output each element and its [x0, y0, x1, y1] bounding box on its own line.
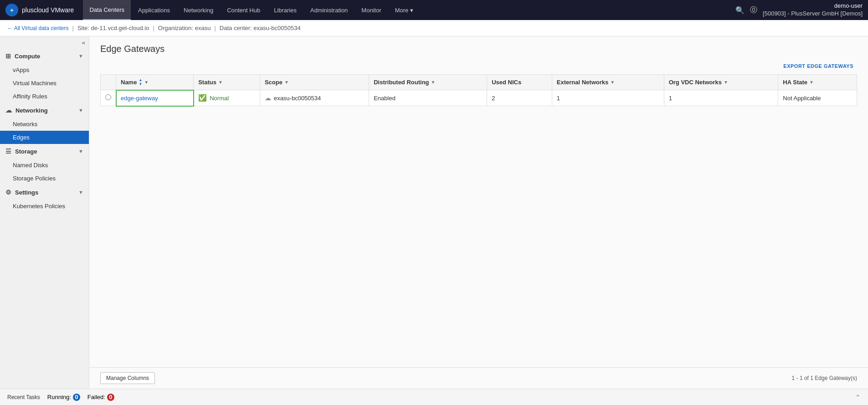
content-header: Edge Gateways [89, 36, 868, 58]
nav-networking[interactable]: Networking [177, 0, 220, 20]
nav-content-hub[interactable]: Content Hub [221, 0, 267, 20]
manage-columns-button[interactable]: Manage Columns [100, 372, 155, 384]
scope-filter-icon[interactable]: ▼ [284, 80, 289, 85]
nav-data-centers[interactable]: Data Centers [83, 0, 131, 20]
storage-icon: ☰ [5, 148, 11, 155]
gateway-name-cell[interactable]: edge-gateway [116, 90, 194, 106]
sidebar-item-networks[interactable]: Networks [0, 118, 89, 131]
status-filter-icon[interactable]: ▼ [218, 80, 223, 85]
select-all-header [101, 75, 116, 90]
gateway-ha-state-cell: Not Applicable [778, 90, 857, 106]
gateway-status-cell: ✅ Normal [194, 90, 260, 106]
pagination-info: 1 - 1 of 1 Edge Gateway(s) [792, 375, 857, 381]
distributed-routing-filter-icon[interactable]: ▼ [431, 80, 436, 85]
gateway-org-vdc-networks-cell: 1 [664, 90, 778, 106]
user-info[interactable]: demo-user [500903] - PlusServer GmbH [De… [763, 2, 863, 18]
settings-icon: ⚙ [5, 189, 11, 196]
search-icon[interactable]: 🔍 [735, 6, 745, 15]
th-status[interactable]: Status ▼ [194, 75, 260, 90]
th-external-networks[interactable]: External Networks ▼ [552, 75, 664, 90]
networking-chevron-icon: ▼ [78, 108, 83, 113]
nav-libraries[interactable]: Libraries [267, 0, 303, 20]
sidebar-section-storage-label: Storage [15, 148, 37, 155]
th-distributed-routing[interactable]: Distributed Routing ▼ [369, 75, 487, 90]
th-name[interactable]: Name ▲ ▼ ▼ [116, 75, 194, 90]
sidebar-item-virtual-machines[interactable]: Virtual Machines [0, 77, 89, 90]
sidebar-item-named-disks[interactable]: Named Disks [0, 159, 89, 172]
org-vdc-networks-filter-icon[interactable]: ▼ [724, 80, 728, 85]
sidebar-section-settings-label: Settings [15, 189, 38, 196]
sidebar-section-compute-label: Compute [15, 53, 40, 60]
external-networks-filter-icon[interactable]: ▼ [610, 80, 615, 85]
failed-status: Failed: 0 [87, 394, 114, 401]
running-label: Running: [47, 394, 71, 400]
name-sort-icons[interactable]: ▲ ▼ [139, 78, 142, 86]
table-footer: Manage Columns 1 - 1 of 1 Edge Gateway(s… [89, 367, 868, 389]
nav-applications[interactable]: Applications [132, 0, 176, 20]
logo-text: pluscloud VMware [22, 6, 74, 14]
sidebar-section-storage-header[interactable]: ☰ Storage ▼ [0, 144, 89, 159]
name-filter-icon[interactable]: ▼ [144, 80, 149, 85]
table-container: EXPORT EDGE GATEWAYS Name ▲ ▼ [89, 58, 868, 367]
sidebar-item-edges[interactable]: Edges [0, 131, 89, 144]
running-count-badge: 0 [73, 394, 80, 401]
row-select-radio[interactable] [105, 94, 111, 100]
table-actions: EXPORT EDGE GATEWAYS [100, 58, 857, 74]
gateway-scope-value: exasu-bc0050534 [274, 95, 321, 102]
th-org-vdc-networks[interactable]: Org VDC Networks ▼ [664, 75, 778, 90]
gateway-name-link[interactable]: edge-gateway [121, 95, 158, 102]
logo-area[interactable]: + pluscloud VMware [5, 4, 74, 16]
main-layout: « ⊞ Compute ▼ vApps Virtual Machines Aff… [0, 36, 868, 389]
gateway-used-nics-cell: 2 [487, 90, 552, 106]
bottom-bar: Recent Tasks Running: 0 Failed: 0 ⌃ [0, 389, 868, 405]
nav-monitor[interactable]: Monitor [355, 0, 387, 20]
breadcrumb-bar: ← All Virtual data centers | Site: de-11… [0, 20, 868, 36]
sidebar-section-networking-label: Networking [15, 107, 48, 114]
row-checkbox-cell[interactable] [101, 90, 116, 106]
export-edge-gateways-button[interactable]: EXPORT EDGE GATEWAYS [780, 62, 857, 71]
nav-items: Data Centers Applications Networking Con… [83, 0, 735, 20]
sidebar-section-networking: ☁ Networking ▼ Networks Edges [0, 103, 89, 144]
sidebar-collapse-button[interactable]: « [0, 36, 89, 49]
sidebar-section-settings: ⚙ Settings ▼ Kubernetes Policies [0, 185, 89, 213]
gateway-scope-cell: ☁ exasu-bc0050534 [260, 90, 369, 106]
top-navigation: + pluscloud VMware Data Centers Applicat… [0, 0, 868, 20]
sidebar-item-affinity-rules[interactable]: Affinity Rules [0, 90, 89, 103]
sidebar-section-compute: ⊞ Compute ▼ vApps Virtual Machines Affin… [0, 49, 89, 103]
sidebar-section-networking-header[interactable]: ☁ Networking ▼ [0, 103, 89, 118]
sidebar-item-vapps[interactable]: vApps [0, 63, 89, 77]
bottom-bar-collapse-icon[interactable]: ⌃ [855, 394, 861, 401]
page-title: Edge Gateways [100, 44, 857, 54]
th-ha-state[interactable]: HA State ▼ [778, 75, 857, 90]
nav-administration[interactable]: Administration [304, 0, 354, 20]
gateway-status-label: Normal [210, 95, 229, 102]
networking-icon: ☁ [5, 107, 12, 114]
sidebar-item-kubernetes-policies[interactable]: Kubernetes Policies [0, 200, 89, 213]
th-scope[interactable]: Scope ▼ [260, 75, 369, 90]
th-used-nics: Used NICs [487, 75, 552, 90]
failed-label: Failed: [87, 394, 105, 400]
recent-tasks-label: Recent Tasks [7, 394, 40, 400]
compute-chevron-icon: ▼ [78, 53, 83, 59]
compute-icon: ⊞ [5, 52, 11, 60]
sidebar: « ⊞ Compute ▼ vApps Virtual Machines Aff… [0, 36, 89, 389]
content-area: Edge Gateways EXPORT EDGE GATEWAYS Name … [89, 36, 868, 389]
running-status: Running: 0 [47, 394, 80, 401]
help-icon[interactable]: ⓪ [750, 5, 757, 15]
user-name: demo-user [763, 2, 863, 10]
breadcrumb-back-link[interactable]: ← All Virtual data centers [7, 25, 69, 31]
nav-more[interactable]: More ▾ [389, 0, 420, 20]
failed-count-badge: 0 [107, 394, 114, 401]
sidebar-section-compute-header[interactable]: ⊞ Compute ▼ [0, 49, 89, 63]
edge-gateways-table: Name ▲ ▼ ▼ Status ▼ [100, 74, 857, 106]
sidebar-section-storage: ☰ Storage ▼ Named Disks Storage Policies [0, 144, 89, 185]
sidebar-section-settings-header[interactable]: ⚙ Settings ▼ [0, 185, 89, 200]
breadcrumb-dc: Data center: exasu-bc0050534 [220, 25, 301, 31]
ha-state-filter-icon[interactable]: ▼ [809, 80, 814, 85]
gateway-external-networks-cell: 1 [552, 90, 664, 106]
sidebar-item-storage-policies[interactable]: Storage Policies [0, 172, 89, 185]
breadcrumb-site: Site: de-11.vcd.get-cloud.io [77, 25, 149, 31]
table-row: edge-gateway ✅ Normal ☁ exasu-bc0050534 [101, 90, 857, 106]
storage-chevron-icon: ▼ [78, 149, 83, 154]
user-account: [500903] - PlusServer GmbH [Demos] [763, 10, 863, 18]
